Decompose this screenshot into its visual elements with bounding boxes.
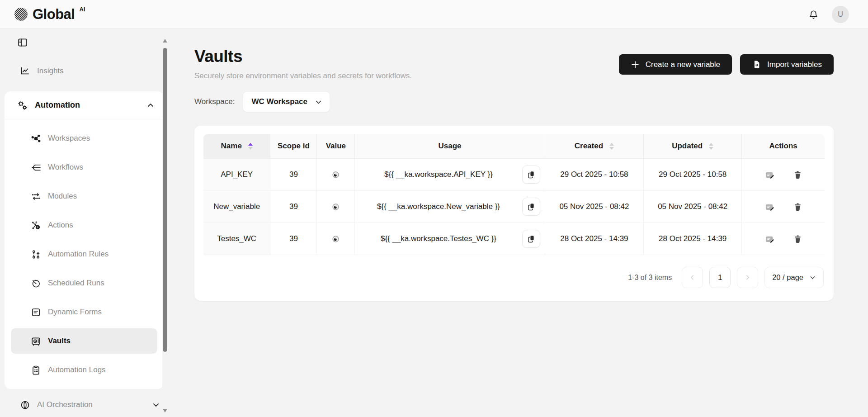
trash-icon <box>793 234 802 244</box>
pagination-prev-button[interactable] <box>682 267 703 288</box>
edit-variable-button[interactable] <box>764 234 775 244</box>
sidebar-item-scheduled-runs[interactable]: Scheduled Runs <box>11 270 157 296</box>
sidebar-item-automation-logs[interactable]: Automation Logs <box>11 357 157 383</box>
eye-icon <box>331 170 340 180</box>
plus-icon <box>631 60 640 69</box>
pagination: 1-3 of 3 items 1 20 / page <box>203 267 825 288</box>
column-header-usage: Usage <box>355 134 545 159</box>
scrollbar-up-arrow-icon[interactable] <box>163 39 167 43</box>
table-row: New_variable 39 ${{ __ka.workspace.New_v… <box>203 191 825 223</box>
user-avatar[interactable]: U <box>832 6 849 23</box>
trash-icon <box>793 170 802 180</box>
table-body: API_KEY 39 ${{ __ka.workspace.API_KEY }} <box>203 159 825 255</box>
trash-icon <box>793 202 802 212</box>
sidebar-item-label: Scheduled Runs <box>48 279 104 288</box>
modules-swap-icon <box>31 191 41 202</box>
form-document-icon <box>31 307 41 317</box>
table-row: Testes_WC 39 ${{ __ka.workspace.Testes_W… <box>203 223 825 255</box>
copy-usage-button[interactable] <box>522 230 540 248</box>
edit-icon <box>764 202 775 212</box>
timer-icon <box>31 278 41 289</box>
workspace-select[interactable]: WC Workspace <box>243 91 330 112</box>
create-variable-label: Create a new variable <box>646 60 720 69</box>
cell-actions <box>742 159 825 191</box>
cell-name: New_variable <box>203 191 270 223</box>
column-header-name[interactable]: Name <box>203 134 270 159</box>
sidebar-item-label: Automation Rules <box>48 250 108 259</box>
reveal-value-button[interactable] <box>331 202 340 212</box>
page-size-value: 20 / page <box>772 273 803 282</box>
sidebar-item-workspaces[interactable]: Workspaces <box>11 126 157 151</box>
rules-branch-icon <box>31 249 41 260</box>
cell-updated: 28 Oct 2025 - 14:39 <box>644 223 742 255</box>
copy-icon <box>527 170 536 179</box>
workspaces-hub-icon <box>31 133 41 144</box>
vaults-table: Name Scope id Value Usage Created <box>203 134 825 255</box>
workflows-merge-icon <box>31 162 41 173</box>
page-size-select[interactable]: 20 / page <box>764 267 824 288</box>
sidebar-item-ai-orchestration[interactable]: AI Orchestration <box>0 395 168 414</box>
sidebar-item-label: Actions <box>48 221 73 230</box>
delete-variable-button[interactable] <box>793 202 802 212</box>
sidebar-item-automation-rules[interactable]: Automation Rules <box>11 242 157 267</box>
usage-expression: ${{ __ka.workspace.Testes_WC }} <box>381 234 496 243</box>
sidebar-item-label: Workflows <box>48 163 83 172</box>
usage-expression: ${{ __ka.workspace.API_KEY }} <box>384 170 493 179</box>
delete-variable-button[interactable] <box>793 234 802 244</box>
chevron-right-icon <box>744 274 751 281</box>
create-variable-button[interactable]: Create a new variable <box>619 54 732 75</box>
cell-value <box>317 191 355 223</box>
insights-chart-icon <box>20 66 30 76</box>
sidebar-item-workflows[interactable]: Workflows <box>11 155 157 180</box>
cell-value <box>317 223 355 255</box>
cell-usage: ${{ __ka.workspace.Testes_WC }} <box>355 223 545 255</box>
import-variables-button[interactable]: Import variables <box>740 54 834 75</box>
clipboard-logs-icon <box>31 365 41 375</box>
column-header-created[interactable]: Created <box>545 134 644 159</box>
sidebar-item-label: Automation Logs <box>48 365 106 374</box>
sidebar-collapse-button[interactable] <box>17 37 28 48</box>
delete-variable-button[interactable] <box>793 170 802 180</box>
pagination-page-1-button[interactable]: 1 <box>709 267 731 288</box>
reveal-value-button[interactable] <box>331 234 340 244</box>
eye-icon <box>331 202 340 212</box>
chevron-down-icon <box>315 98 322 106</box>
scrollbar-down-arrow-icon[interactable] <box>163 409 167 412</box>
sidebar-item-modules[interactable]: Modules <box>11 184 157 209</box>
brand-name: Global <box>33 7 75 21</box>
sidebar-item-label: Insights <box>37 66 64 76</box>
cell-name: API_KEY <box>203 159 270 191</box>
chevron-down-icon <box>809 274 816 281</box>
ai-orchestration-icon <box>20 400 30 410</box>
table-row: API_KEY 39 ${{ __ka.workspace.API_KEY }} <box>203 159 825 191</box>
vaults-table-card: Name Scope id Value Usage Created <box>194 126 834 301</box>
sidebar-item-actions[interactable]: Actions <box>11 213 157 238</box>
usage-expression: ${{ __ka.workspace.New_variable }} <box>377 202 500 211</box>
sidebar-item-automation[interactable]: Automation <box>5 91 164 119</box>
sidebar-scrollbar[interactable] <box>162 29 168 417</box>
panel-toggle-icon <box>17 37 28 48</box>
cell-created: 05 Nov 2025 - 08:42 <box>545 191 644 223</box>
sidebar-item-insights[interactable]: Insights <box>0 62 168 81</box>
workspace-selected-value: WC Workspace <box>251 97 307 106</box>
copy-icon <box>527 202 536 211</box>
column-header-scope-id: Scope id <box>270 134 317 159</box>
column-header-updated[interactable]: Updated <box>644 134 742 159</box>
sidebar-item-label: Workspaces <box>48 134 90 143</box>
gears-icon <box>17 100 28 111</box>
column-header-actions: Actions <box>742 134 825 159</box>
copy-usage-button[interactable] <box>522 166 540 184</box>
logo-mark-icon <box>14 7 28 22</box>
sidebar-item-vaults[interactable]: Vaults <box>11 328 157 354</box>
sidebar: Insights Automation <box>0 29 168 417</box>
sort-icon <box>248 143 253 150</box>
pagination-next-button[interactable] <box>737 267 758 288</box>
scrollbar-thumb[interactable] <box>163 48 167 352</box>
sidebar-item-dynamic-forms[interactable]: Dynamic Forms <box>11 299 157 325</box>
edit-variable-button[interactable] <box>764 170 775 180</box>
notifications-button[interactable] <box>808 9 819 20</box>
copy-usage-button[interactable] <box>522 198 540 216</box>
edit-variable-button[interactable] <box>764 202 775 212</box>
vault-safe-icon <box>31 336 41 346</box>
reveal-value-button[interactable] <box>331 170 340 180</box>
